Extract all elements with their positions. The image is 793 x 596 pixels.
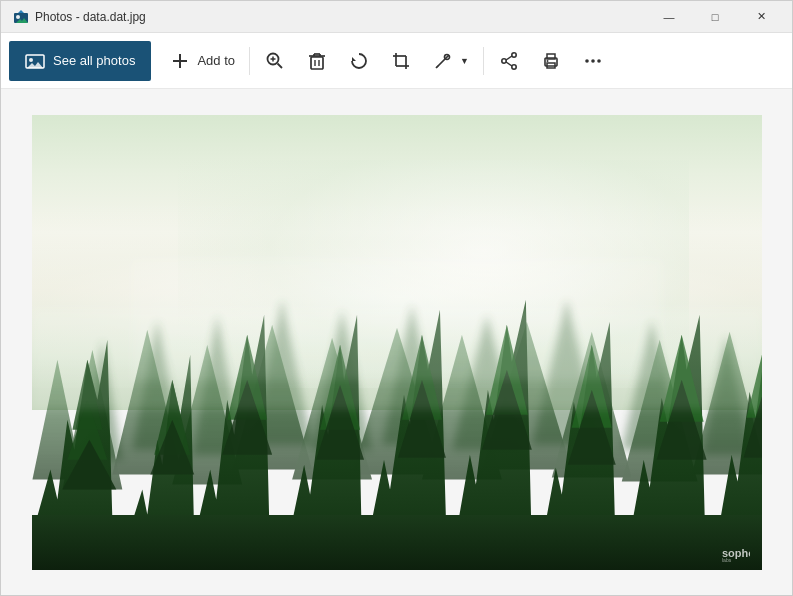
svg-rect-40 — [132, 260, 661, 380]
svg-point-28 — [512, 64, 516, 68]
minimize-button[interactable]: — — [646, 1, 692, 33]
zoom-icon — [264, 50, 286, 72]
forest-svg — [32, 160, 762, 570]
svg-point-2 — [16, 15, 20, 19]
share-button[interactable] — [488, 41, 530, 81]
maximize-button[interactable]: □ — [692, 1, 738, 33]
edit-button[interactable]: ▼ — [422, 41, 479, 81]
toolbar-divider-1 — [249, 47, 250, 75]
window-controls: — □ ✕ — [646, 1, 784, 33]
see-all-photos-label: See all photos — [53, 53, 135, 68]
print-button[interactable] — [530, 41, 572, 81]
svg-line-30 — [506, 62, 512, 66]
title-bar: Photos - data.dat.jpg — □ ✕ — [1, 1, 792, 33]
svg-line-23 — [437, 55, 449, 67]
add-to-label: Add to — [197, 53, 235, 68]
svg-marker-1 — [18, 10, 24, 13]
window-title: Photos - data.dat.jpg — [35, 10, 146, 24]
add-to-button[interactable]: Add to — [159, 41, 245, 81]
svg-marker-18 — [352, 57, 356, 61]
photos-icon — [25, 51, 45, 71]
sophos-logo: sophos labs — [722, 544, 750, 562]
see-all-photos-button[interactable]: See all photos — [9, 41, 151, 81]
print-icon — [540, 50, 562, 72]
svg-point-36 — [591, 59, 595, 63]
delete-button[interactable] — [296, 41, 338, 81]
rotate-icon — [348, 50, 370, 72]
svg-point-34 — [546, 60, 548, 62]
photo-display: sophos labs — [32, 115, 762, 570]
svg-point-26 — [512, 52, 516, 56]
rotate-button[interactable] — [338, 41, 380, 81]
toolbar-divider-2 — [483, 47, 484, 75]
close-button[interactable]: ✕ — [738, 1, 784, 33]
crop-button[interactable] — [380, 41, 422, 81]
crop-icon — [390, 50, 412, 72]
add-icon — [169, 50, 191, 72]
app-icon — [13, 9, 29, 25]
main-content: sophos labs — [1, 89, 792, 595]
svg-point-27 — [502, 58, 506, 62]
svg-rect-32 — [547, 54, 555, 59]
toolbar: See all photos Add to — [1, 33, 792, 89]
more-icon — [582, 50, 604, 72]
edit-dropdown-arrow: ▼ — [460, 56, 469, 66]
svg-line-25 — [436, 66, 438, 68]
delete-icon — [306, 50, 328, 72]
edit-icon — [432, 50, 454, 72]
share-icon — [498, 50, 520, 72]
title-bar-left: Photos - data.dat.jpg — [13, 9, 146, 25]
svg-text:labs: labs — [722, 557, 732, 562]
svg-line-8 — [278, 63, 283, 68]
svg-point-4 — [29, 58, 33, 62]
svg-point-35 — [585, 59, 589, 63]
svg-rect-11 — [311, 57, 323, 69]
svg-point-37 — [597, 59, 601, 63]
svg-line-29 — [506, 56, 512, 60]
zoom-button[interactable] — [254, 41, 296, 81]
ground-layer — [32, 515, 762, 570]
app-window: Photos - data.dat.jpg — □ ✕ See all phot… — [0, 0, 793, 596]
watermark: sophos labs — [722, 544, 750, 562]
more-button[interactable] — [572, 41, 614, 81]
